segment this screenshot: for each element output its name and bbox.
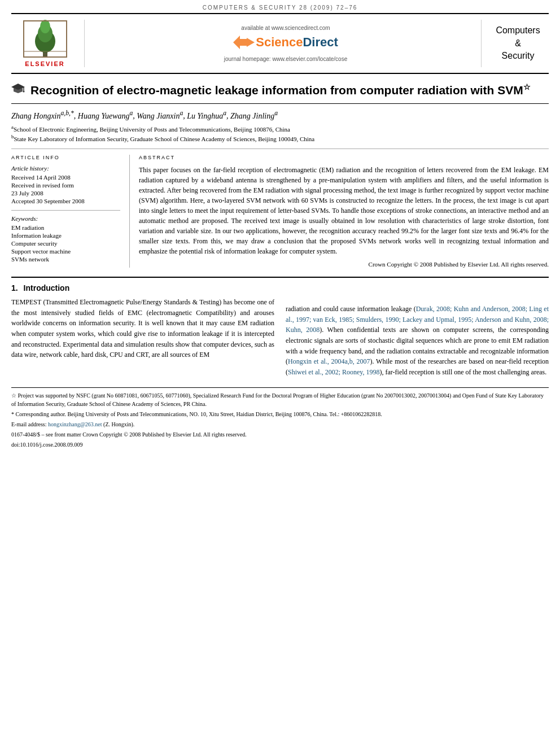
footnotes-section: ☆ Project was supported by NSFC (grant N… — [11, 387, 549, 449]
doi-text: doi:10.1016/j.cose.2008.09.009 — [11, 442, 82, 448]
sd-direct: Direct — [303, 35, 338, 50]
available-text: available at www.sciencedirect.com — [241, 25, 330, 31]
footnote-email: E-mail address: hongxinzhang@263.net (Z.… — [11, 420, 549, 429]
article-info-heading: ARTICLE INFO — [11, 155, 120, 160]
accepted-date: Accepted 30 September 2008 — [11, 198, 120, 204]
keywords-label: Keywords: — [11, 215, 120, 222]
footnote-star-text: ☆ Project was supported by NSFC (grant N… — [11, 392, 544, 407]
copyright-line: Crown Copyright © 2008 Published by Else… — [139, 261, 549, 268]
footnote-star: ☆ Project was supported by NSFC (grant N… — [11, 391, 549, 408]
two-col-section: ARTICLE INFO Article history: Received 1… — [11, 148, 549, 268]
footnote-corresponding-text: * Corresponding author. Beijing Universi… — [11, 411, 382, 417]
introduction-columns: 1. Introduction TEMPEST (Transmitted Ele… — [11, 283, 549, 382]
received-date: Received 14 April 2008 — [11, 174, 120, 181]
ref-shiwei: Shiwei et al., 2002; Rooney, 1998 — [288, 368, 380, 376]
cs-line3: Security — [502, 50, 535, 62]
revised-label: Received in revised form — [11, 182, 120, 189]
article-title-section: Recognition of electro-magnetic leakage … — [11, 82, 549, 104]
article-info-col: ARTICLE INFO Article history: Received 1… — [11, 155, 130, 268]
computers-security-journal: Computers & Security — [481, 20, 549, 67]
keyword-3: Computer security — [11, 240, 120, 247]
journal-header: ELSEVIER available at www.sciencedirect.… — [11, 13, 549, 74]
intro-right-col: radiation and could cause information le… — [286, 283, 549, 382]
intro-paragraph-left: TEMPEST (Transmitted Electromagnetic Pul… — [11, 297, 274, 360]
article-history: Article history: Received 14 April 2008 … — [11, 165, 120, 204]
keyword-1: EM radiation — [11, 224, 120, 231]
svg-marker-6 — [233, 36, 255, 49]
page-wrapper: COMPUTERS & SECURITY 28 (2009) 72–76 ELS… — [0, 0, 560, 449]
intro-right-text: radiation and could cause information le… — [286, 304, 549, 377]
email-suffix: (Z. Hongxin). — [102, 421, 135, 427]
revised-date: 23 July 2008 — [11, 190, 120, 196]
affiliation-b: bState Key Laboratory of Information Sec… — [11, 134, 549, 142]
issn-text: 0167-4048/$ – see front matter Crown Cop… — [11, 431, 247, 438]
footnote-issn: 0167-4048/$ – see front matter Crown Cop… — [11, 430, 549, 439]
author-yinghua: , Lu Yinghua — [183, 112, 223, 120]
article-title-text: Recognition of electro-magnetic leakage … — [30, 84, 523, 97]
article-title: Recognition of electro-magnetic leakage … — [30, 82, 549, 98]
author-hongxin: Zhang Hongxin — [11, 112, 61, 120]
footnote-corresponding: * Corresponding author. Beijing Universi… — [11, 410, 549, 418]
author-jinling: , Zhang Jinling — [226, 112, 274, 120]
sd-science: Science — [256, 35, 303, 50]
authors-line: Zhang Hongxina,b,*, Huang Yuewanga, Wang… — [11, 110, 549, 121]
affiliation-a: aSchool of Electronic Engineering, Beiji… — [11, 124, 549, 133]
authors-section: Zhang Hongxina,b,*, Huang Yuewanga, Wang… — [11, 110, 549, 142]
journal-citation: COMPUTERS & SECURITY 28 (2009) 72–76 — [203, 5, 358, 11]
ref-hongxin: Hongxin et al., 2004a,b, 2007 — [288, 357, 370, 365]
abstract-text: This paper focuses on the far-field rece… — [139, 165, 549, 256]
svg-point-3 — [40, 20, 50, 33]
sciencedirect-logo: Science Direct — [233, 34, 338, 50]
top-bar: COMPUTERS & SECURITY 28 (2009) 72–76 — [0, 0, 560, 13]
introduction-section: 1. Introduction TEMPEST (Transmitted Ele… — [11, 277, 549, 382]
abstract-col: ABSTRACT This paper focuses on the far-f… — [130, 155, 549, 268]
elsevier-tree-icon — [23, 20, 68, 58]
intro-title-text: Introduction — [24, 283, 70, 292]
ref-durak: Durak, 2008; Kuhn and Anderson, 2008; Li… — [286, 305, 549, 334]
elsevier-logo: ELSEVIER — [11, 20, 85, 67]
elsevier-label: ELSEVIER — [25, 60, 64, 67]
abstract-heading: ABSTRACT — [139, 155, 549, 160]
author-jinling-super: a — [274, 110, 278, 117]
keyword-4: Support vector machine — [11, 248, 120, 255]
svg-point-10 — [23, 91, 25, 93]
intro-section-title: 1. Introduction — [11, 283, 274, 292]
title-star: ☆ — [523, 82, 531, 91]
intro-left-text: TEMPEST (Transmitted Electromagnetic Pul… — [11, 297, 274, 360]
cs-line1: Computers — [496, 24, 540, 37]
email-link[interactable]: hongxinzhang@263.net — [48, 421, 102, 427]
keywords-section: Keywords: EM radiation Information leaka… — [11, 210, 120, 263]
mortarboard-icon — [11, 82, 25, 95]
header-center: available at www.sciencedirect.com Scien… — [90, 20, 481, 67]
intro-paragraph-right: radiation and could cause information le… — [286, 304, 549, 377]
footnote-doi: doi:10.1016/j.cose.2008.09.009 — [11, 440, 549, 449]
intro-left-col: 1. Introduction TEMPEST (Transmitted Ele… — [11, 283, 274, 382]
intro-number: 1. — [11, 283, 18, 292]
sciencedirect-arrow-icon — [233, 34, 255, 50]
author-jianxin: , Wang Jianxin — [133, 112, 180, 120]
journal-homepage: journal homepage: www.elsevier.com/locat… — [224, 56, 347, 62]
author-hongxin-super: a,b,* — [61, 110, 74, 117]
cs-line2: & — [515, 37, 521, 50]
keyword-5: SVMs network — [11, 256, 120, 263]
affil-b-text: State Key Laboratory of Information Secu… — [14, 135, 315, 142]
svg-marker-7 — [11, 84, 25, 90]
keyword-2: Information leakage — [11, 232, 120, 239]
email-label: E-mail address: — [11, 421, 48, 427]
affil-a-text: School of Electronic Engineering, Beijin… — [14, 126, 290, 133]
author-yuewang: , Huang Yuewang — [74, 112, 130, 120]
history-label: Article history: — [11, 165, 120, 172]
title-row: Recognition of electro-magnetic leakage … — [11, 82, 549, 98]
